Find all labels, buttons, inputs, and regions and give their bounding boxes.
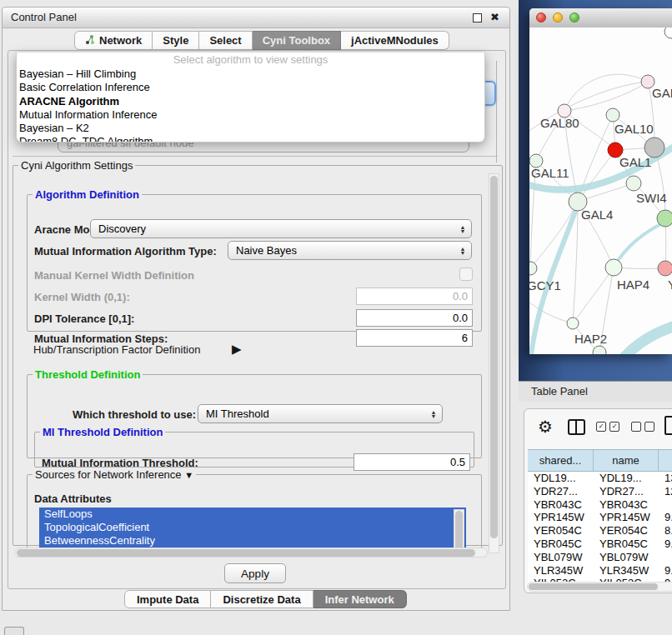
bottom-left-widget-fragment[interactable]: [4, 627, 24, 635]
threshold-definition-title: Threshold Definition: [33, 368, 143, 381]
table-row[interactable]: YBR043CYBR043C: [528, 498, 672, 512]
list-item[interactable]: TopologicalCoefficient: [39, 521, 466, 534]
settings-group-title: Cyni Algorithm Settings: [18, 159, 135, 172]
table-cell: YBL079W: [528, 551, 594, 564]
mi-type-combo[interactable]: Naive Bayes ▲▼: [228, 241, 472, 260]
inference-groupbox-fragment: [484, 61, 497, 162]
combo-arrows-icon: ▲▼: [457, 247, 469, 255]
dropdown-option[interactable]: Dream8 DC_TDC Algorithm: [17, 135, 484, 142]
float-window-icon[interactable]: [473, 13, 482, 22]
table-cell: YER054C: [594, 524, 659, 538]
kernel-width-label: Kernel Width (0,1):: [34, 291, 130, 303]
tab-discretize-data[interactable]: Discretize Data: [211, 590, 313, 608]
network-node-gcy1[interactable]: [529, 262, 537, 275]
table-cell: YBR043C: [528, 498, 594, 512]
zoom-traffic-light[interactable]: [569, 12, 579, 22]
table-cell: YDL19...: [528, 472, 594, 485]
table-cell: 13: [659, 472, 672, 485]
list-vertical-scrollbar[interactable]: [454, 509, 464, 552]
table-row[interactable]: YLR345WYLR345W9.: [528, 564, 672, 578]
network-node-gal10[interactable]: [606, 108, 619, 122]
tab-jactivemnodules[interactable]: jActiveMNodules: [341, 31, 449, 50]
which-threshold-combo[interactable]: MI Threshold ▲▼: [198, 404, 443, 423]
dpi-tolerance-field[interactable]: 0.0: [356, 309, 473, 327]
column-header[interactable]: name: [594, 450, 659, 471]
list-item[interactable]: BetweennessCentrality: [39, 534, 466, 548]
gear-icon[interactable]: ⚙: [538, 417, 553, 437]
hub-expand-arrow-icon[interactable]: ▶: [232, 342, 242, 357]
sources-group-title: Sources for Network Inference ▼: [33, 468, 196, 481]
tab-network[interactable]: Network: [74, 31, 153, 50]
tab-infer-network[interactable]: Infer Network: [313, 590, 407, 608]
table-row[interactable]: YBL079WYBL079W: [528, 551, 672, 564]
column-header[interactable]: shared...: [528, 450, 594, 471]
table-cell: 8.: [659, 524, 672, 538]
mi-steps-field[interactable]: 6: [356, 329, 473, 347]
network-window-titlebar[interactable]: [529, 8, 672, 28]
tab-cyni-toolbox[interactable]: Cyni Toolbox: [253, 31, 341, 50]
list-item[interactable]: SelfLoops: [39, 508, 466, 521]
collapse-arrow-icon[interactable]: ▼: [184, 470, 193, 480]
document-icon[interactable]: [664, 416, 672, 435]
dropdown-option[interactable]: Mutual Information Inference: [17, 108, 484, 122]
close-icon[interactable]: ✖: [490, 11, 499, 23]
tab-impute-data[interactable]: Impute Data: [124, 590, 211, 608]
mi-threshold-label: Mutual Information Threshold:: [42, 457, 198, 469]
dropdown-option-highlighted[interactable]: ARACNE Algorithm: [17, 95, 484, 108]
columns-icon[interactable]: [568, 419, 585, 435]
settings-horizontal-scrollbar[interactable]: [14, 548, 488, 558]
combo-arrows-icon: ▲▼: [457, 225, 469, 233]
node-table: shared... name YDL19...YDL19...13YDR27..…: [528, 449, 672, 590]
minimize-traffic-light[interactable]: [553, 12, 563, 22]
network-node-y[interactable]: [658, 261, 672, 276]
table-cell: YBR045C: [594, 538, 659, 551]
close-traffic-light[interactable]: [536, 12, 546, 22]
tab-select[interactable]: Select: [199, 31, 252, 50]
algorithm-definition-title: Algorithm Definition: [33, 188, 142, 201]
which-threshold-label: Which threshold to use:: [73, 408, 196, 421]
control-panel-titlebar[interactable]: Control Panel ✖: [3, 8, 509, 28]
dropdown-option[interactable]: Basic Correlation Inference: [17, 81, 484, 94]
bottom-tabbar: Impute Data Discretize Data Infer Networ…: [124, 590, 407, 608]
dropdown-option[interactable]: Bayesian – K2: [17, 122, 484, 135]
network-node[interactable]: [664, 28, 672, 38]
node-label: GAL: [652, 86, 672, 100]
network-node-hap4[interactable]: [605, 259, 622, 276]
mi-threshold-group: MI Threshold Definition Mutual Informati…: [34, 426, 474, 468]
tab-label: Network: [99, 34, 142, 47]
network-icon: [85, 34, 95, 48]
network-node-swi4[interactable]: [626, 176, 641, 191]
column-header[interactable]: [659, 450, 672, 471]
aracne-mode-combo[interactable]: Discovery ▲▼: [90, 219, 472, 238]
node-label: HAP4: [617, 278, 649, 292]
network-canvas[interactable]: GALGAL80GAL10GAL1GAL11SWI4GAL4GCY1HAP4YH…: [529, 28, 672, 354]
table-row[interactable]: YDR27...YDR27...12: [528, 485, 672, 498]
node-label: HAP2: [574, 332, 607, 346]
node-label: GAL10: [614, 122, 654, 136]
select-all-checkboxes-icon[interactable]: ✓✓: [596, 422, 619, 432]
table-toolbar: ⚙ ✓✓: [524, 409, 672, 446]
table-row[interactable]: YBR045CYBR045C9.: [528, 538, 672, 551]
data-attributes-list: SelfLoops TopologicalCoefficient Between…: [39, 508, 466, 552]
network-node[interactable]: [593, 346, 606, 354]
node-label: SWI4: [636, 191, 667, 205]
algorithm-definition-group: Algorithm Definition Aracne Mode: Discov…: [27, 188, 482, 332]
manual-kernel-checkbox[interactable]: [459, 268, 473, 281]
tab-style[interactable]: Style: [153, 31, 199, 50]
node-label: GAL4: [581, 208, 613, 222]
settings-vertical-scrollbar[interactable]: [489, 173, 499, 553]
network-view-window: GALGAL80GAL10GAL1GAL11SWI4GAL4GCY1HAP4YH…: [529, 8, 672, 354]
deselect-all-checkboxes-icon[interactable]: [631, 422, 654, 432]
network-node[interactable]: [657, 210, 672, 227]
table-row[interactable]: YER054CYER054C8.: [528, 524, 672, 538]
cyni-algorithm-settings-group: Cyni Algorithm Settings Algorithm Defini…: [13, 159, 503, 546]
dropdown-option[interactable]: Bayesian – Hill Climbing: [17, 68, 484, 81]
which-threshold-value: MI Threshold: [206, 408, 269, 420]
table-horizontal-scrollbar[interactable]: [527, 582, 672, 592]
kernel-width-field[interactable]: 0.0: [356, 288, 473, 305]
table-row[interactable]: YDL19...YDL19...13: [528, 472, 672, 485]
apply-button[interactable]: Apply: [224, 563, 286, 583]
table-row[interactable]: YPR145WYPR145W9.: [528, 511, 672, 524]
table-panel-titlebar[interactable]: Table Panel: [519, 381, 672, 402]
network-node-hap2[interactable]: [567, 318, 579, 329]
